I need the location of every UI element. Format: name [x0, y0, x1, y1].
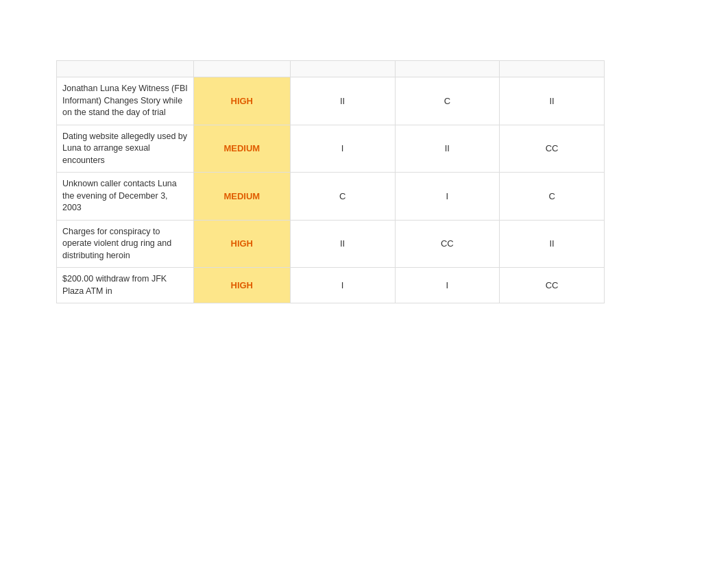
col-description-header [57, 61, 194, 69]
row-col4-1: II [395, 125, 500, 173]
row-col3-1: I [290, 125, 395, 173]
row-col5-4: CC [500, 268, 605, 303]
row-col3-0: II [290, 77, 395, 125]
row-col4-4: I [395, 268, 500, 303]
table-row: Charges for conspiracy to operate violen… [57, 220, 605, 268]
row-col4-3: CC [395, 220, 500, 268]
table-row: Jonathan Luna Key Witness (FBI Informant… [57, 77, 605, 125]
main-table-container: Jonathan Luna Key Witness (FBI Informant… [56, 60, 605, 303]
row-col5-3: II [500, 220, 605, 268]
table-body: Jonathan Luna Key Witness (FBI Informant… [57, 77, 605, 303]
row-col3-4: I [290, 268, 395, 303]
row-col5-2: C [500, 173, 605, 221]
row-col5-0: II [500, 77, 605, 125]
row-col3-3: II [290, 220, 395, 268]
evidence-table: Jonathan Luna Key Witness (FBI Informant… [56, 60, 605, 303]
row-description-0: Jonathan Luna Key Witness (FBI Informant… [57, 77, 194, 125]
row-priority-1: MEDIUM [193, 125, 290, 173]
row-description-4: $200.00 withdraw from JFK Plaza ATM in [57, 268, 194, 303]
row-col4-0: C [395, 77, 500, 125]
header-row-bottom [57, 69, 605, 77]
table-row: Dating website allegedly used by Luna to… [57, 125, 605, 173]
col-priority-header2 [193, 69, 290, 77]
row-col3-2: C [290, 173, 395, 221]
table-row: Unknown caller contacts Luna the evening… [57, 173, 605, 221]
row-priority-4: HIGH [193, 268, 290, 303]
col4-header2 [395, 69, 500, 77]
row-description-2: Unknown caller contacts Luna the evening… [57, 173, 194, 221]
col-priority-header [193, 61, 290, 69]
table-row: $200.00 withdraw from JFK Plaza ATM inHI… [57, 268, 605, 303]
row-description-1: Dating website allegedly used by Luna to… [57, 125, 194, 173]
col4-header [395, 61, 500, 69]
col-description-header2 [57, 69, 194, 77]
row-col5-1: CC [500, 125, 605, 173]
header-row-top [57, 61, 605, 69]
row-col4-2: I [395, 173, 500, 221]
col5-header [500, 61, 605, 69]
col3-header [290, 61, 395, 69]
row-priority-0: HIGH [193, 77, 290, 125]
row-priority-2: MEDIUM [193, 173, 290, 221]
col3-header2 [290, 69, 395, 77]
row-description-3: Charges for conspiracy to operate violen… [57, 220, 194, 268]
col5-header2 [500, 69, 605, 77]
row-priority-3: HIGH [193, 220, 290, 268]
